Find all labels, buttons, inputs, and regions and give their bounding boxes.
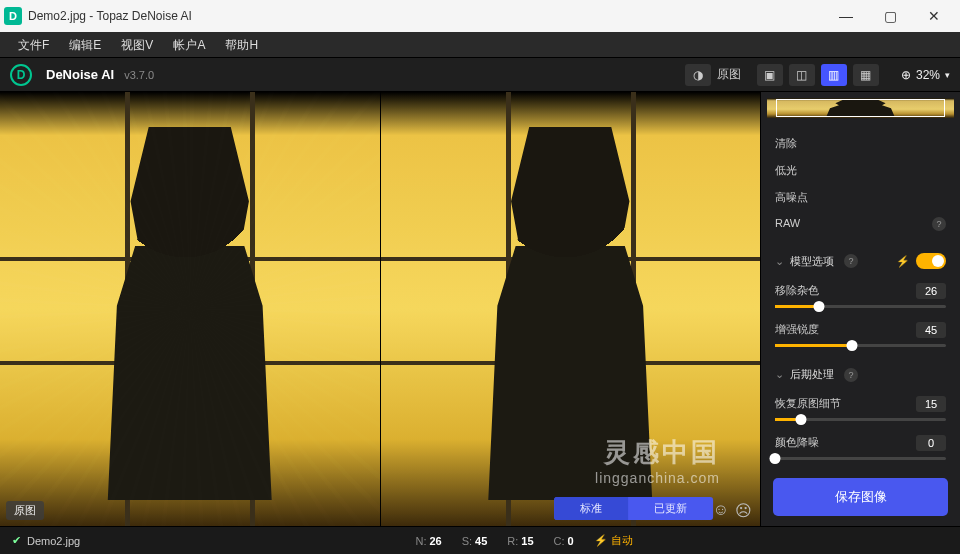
status-updated: 已更新	[628, 497, 713, 520]
recover-detail-label: 恢复原图细节	[775, 396, 841, 412]
recover-detail-slider[interactable]	[775, 418, 946, 421]
logo-icon: D	[10, 64, 32, 86]
chevron-down-icon: ⌄	[775, 255, 784, 268]
image-viewport[interactable]: 原图 标准 已更新 ☺ ☹ 灵感中国 lingganchina.com	[0, 92, 760, 526]
navigator-thumbnail[interactable]	[761, 92, 960, 124]
recover-detail-value: 15	[916, 396, 946, 412]
view-single-button[interactable]: ▣	[757, 64, 783, 86]
section-model-options[interactable]: ⌄ 模型选项? ⚡	[761, 243, 960, 279]
toolbar: D DeNoise AI v3.7.0 ◑ 原图 ▣ ◫ ▥ ▦ ⊕ 32% ▾	[0, 58, 960, 92]
status-bar: ✔Demo2.jpg N:26 S:45 R:15 C:0 ⚡ 自动	[0, 526, 960, 554]
menu-bar: 文件F 编辑E 视图V 帐户A 帮助H	[0, 32, 960, 58]
maximize-button[interactable]: ▢	[868, 0, 912, 32]
stat-n: N:26	[415, 535, 441, 547]
app-name: DeNoise AI	[46, 67, 114, 82]
window-titlebar: D Demo2.jpg - Topaz DeNoise AI — ▢ ✕	[0, 0, 960, 32]
window-title: Demo2.jpg - Topaz DeNoise AI	[28, 9, 192, 23]
bolt-icon: ⚡	[896, 255, 910, 268]
view-grid-button[interactable]: ▦	[853, 64, 879, 86]
auto-toggle[interactable]	[916, 253, 946, 269]
stat-c: C:0	[554, 535, 574, 547]
preset-lowlight[interactable]: 低光	[775, 157, 946, 184]
section-post-process[interactable]: ⌄ 后期处理?	[761, 357, 960, 392]
sharpen-value: 45	[916, 322, 946, 338]
pane-processed: 标准 已更新 ☺ ☹ 灵感中国 lingganchina.com	[381, 92, 761, 526]
pane-original: 原图	[0, 92, 380, 526]
feedback-sad-icon[interactable]: ☹	[735, 501, 752, 520]
app-icon: D	[4, 7, 22, 25]
help-icon: ?	[844, 368, 858, 382]
original-tag: 原图	[6, 501, 44, 520]
stat-s: S:45	[462, 535, 488, 547]
save-image-button[interactable]: 保存图像	[773, 478, 948, 516]
toggle-original-icon[interactable]: ◑	[685, 64, 711, 86]
zoom-value[interactable]: 32%	[916, 68, 940, 82]
color-noise-label: 颜色降噪	[775, 435, 819, 451]
status-filename[interactable]: Demo2.jpg	[27, 535, 80, 547]
menu-edit[interactable]: 编辑E	[59, 32, 111, 58]
close-button[interactable]: ✕	[912, 0, 956, 32]
feedback-happy-icon[interactable]: ☺	[713, 501, 729, 520]
preset-raw[interactable]: RAW?	[775, 211, 946, 237]
preset-clear[interactable]: 清除	[775, 130, 946, 157]
view-split-button[interactable]: ◫	[789, 64, 815, 86]
sharpen-label: 增强锐度	[775, 322, 819, 338]
stat-r: R:15	[507, 535, 533, 547]
remove-noise-slider[interactable]	[775, 305, 946, 308]
help-icon: ?	[844, 254, 858, 268]
side-panel: 清除 低光 高噪点 RAW? ⌄ 模型选项? ⚡ 移除杂色26 增强锐度45 ⌄…	[760, 92, 960, 526]
menu-view[interactable]: 视图V	[111, 32, 163, 58]
zoom-in-icon[interactable]: ⊕	[901, 68, 911, 82]
remove-noise-label: 移除杂色	[775, 283, 819, 299]
color-noise-slider[interactable]	[775, 457, 946, 460]
sharpen-slider[interactable]	[775, 344, 946, 347]
auto-link[interactable]: ⚡ 自动	[594, 533, 633, 548]
minimize-button[interactable]: —	[824, 0, 868, 32]
status-standard: 标准	[554, 497, 628, 520]
original-label: 原图	[717, 66, 741, 83]
check-icon: ✔	[12, 534, 21, 547]
app-version: v3.7.0	[124, 69, 154, 81]
zoom-dropdown-icon[interactable]: ▾	[945, 70, 950, 80]
menu-file[interactable]: 文件F	[8, 32, 59, 58]
chevron-down-icon: ⌄	[775, 368, 784, 381]
preset-highnoise[interactable]: 高噪点	[775, 184, 946, 211]
menu-account[interactable]: 帐户A	[163, 32, 215, 58]
help-icon: ?	[932, 217, 946, 231]
menu-help[interactable]: 帮助H	[215, 32, 268, 58]
remove-noise-value: 26	[916, 283, 946, 299]
view-sidebyside-button[interactable]: ▥	[821, 64, 847, 86]
processing-status: 标准 已更新	[554, 497, 713, 520]
color-noise-value: 0	[916, 435, 946, 451]
